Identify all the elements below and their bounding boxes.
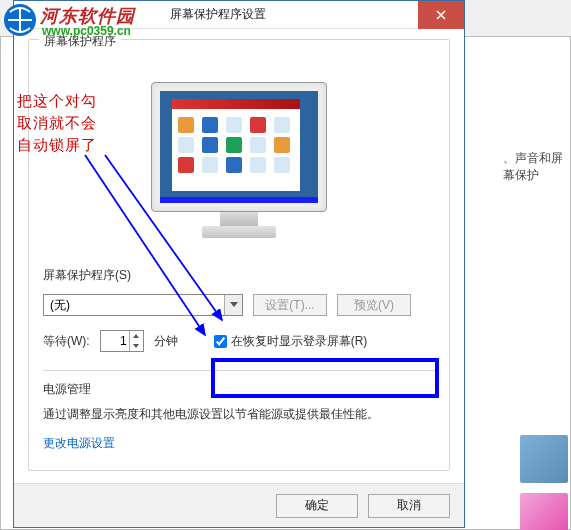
close-icon (436, 10, 446, 20)
settings-button[interactable]: 设置(T)... (253, 294, 327, 316)
close-button[interactable] (418, 1, 464, 29)
chevron-down-icon (224, 295, 242, 315)
logo-icon (2, 2, 38, 38)
resume-checkbox-label: 在恢复时显示登录屏幕(R) (231, 333, 368, 350)
screensaver-row: (无) 设置(T)... 预览(V) (43, 294, 435, 316)
resume-login-checkbox[interactable] (214, 335, 227, 348)
watermark-logo: 河东软件园 www.pc0359.cn (2, 2, 322, 42)
cancel-button[interactable]: 取消 (368, 494, 450, 518)
theme-thumb[interactable] (520, 493, 568, 530)
preview-button[interactable]: 预览(V) (337, 294, 411, 316)
annotation-highlight-box (211, 358, 439, 398)
ok-button[interactable]: 确定 (276, 494, 358, 518)
wait-label: 等待(W): (43, 333, 90, 350)
resume-checkbox-wrap[interactable]: 在恢复时显示登录屏幕(R) (214, 333, 368, 350)
power-desc: 通过调整显示亮度和其他电源设置以节省能源或提供最佳性能。 (43, 406, 435, 423)
preview-window (172, 99, 300, 191)
screensaver-label: 屏幕保护程序(S) (43, 267, 435, 284)
logo-url: www.pc0359.cn (42, 24, 131, 38)
wait-unit: 分钟 (154, 333, 178, 350)
theme-thumb[interactable] (520, 435, 568, 483)
monitor-screen (160, 91, 318, 203)
preview-monitor-wrap (43, 82, 435, 247)
spinner-arrows[interactable] (129, 331, 143, 351)
bg-text: 、声音和屏幕保护 (503, 150, 570, 184)
wait-value: 1 (120, 334, 127, 348)
preview-taskbar (160, 197, 318, 203)
wait-spinner[interactable]: 1 (100, 330, 144, 352)
annotation-text: 把这个对勾 取消就不会 自动锁屏了 (17, 90, 97, 156)
screensaver-settings-dialog: 屏幕保护程序设置 屏幕保护程序 (13, 0, 465, 528)
dialog-footer: 确定 取消 (14, 483, 464, 527)
monitor-bezel (151, 82, 327, 212)
change-power-link[interactable]: 更改电源设置 (43, 435, 115, 452)
screensaver-select[interactable]: (无) (43, 294, 243, 316)
monitor-stand (220, 212, 258, 226)
preview-monitor (151, 82, 327, 247)
monitor-base (202, 226, 276, 238)
select-value: (无) (50, 298, 70, 312)
wait-row: 等待(W): 1 分钟 在恢复时显示登录屏幕(R) (43, 330, 435, 352)
